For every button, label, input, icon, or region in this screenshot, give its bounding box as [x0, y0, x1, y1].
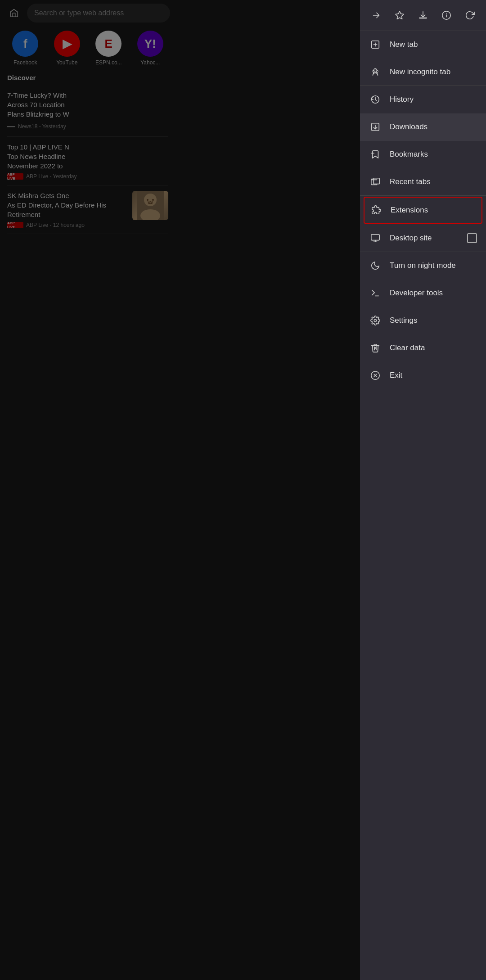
menu-overlay[interactable]: [0, 0, 176, 353]
